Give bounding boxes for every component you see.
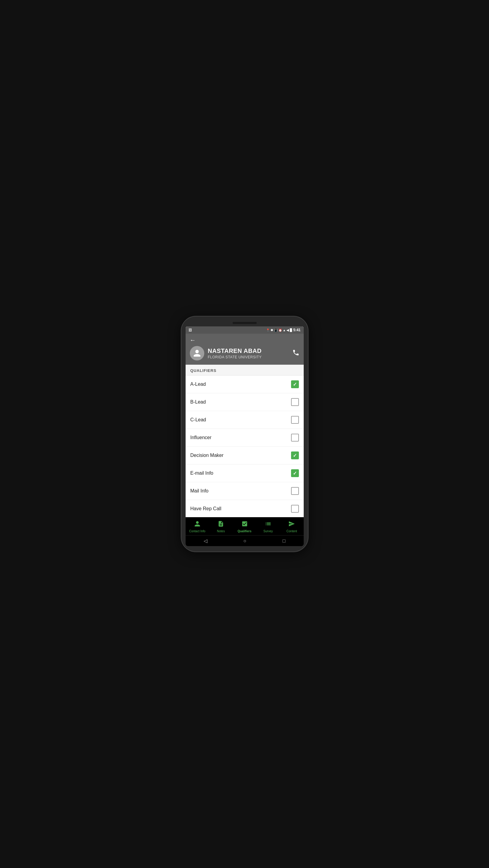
app-header: ← NASTAREN ABAD FLORIDA STATE UNIVERSITY [186, 334, 304, 365]
qualifier-label: Influencer [190, 435, 211, 440]
qualifiers-section-header: QUALIFIERS [186, 365, 304, 375]
qualifier-label: C-Lead [190, 417, 206, 423]
qualifier-label: E-mail Info [190, 470, 213, 476]
main-content: QUALIFIERS A-LeadB-LeadC-LeadInfluencerD… [186, 365, 304, 517]
qualifiers-list: A-LeadB-LeadC-LeadInfluencerDecision Mak… [186, 375, 304, 517]
signal-icon: ◀ [287, 329, 289, 332]
android-home-button[interactable]: ○ [243, 538, 247, 544]
qualifier-item[interactable]: Have Rep Call [186, 500, 304, 517]
nav-item-qualifiers[interactable]: Qualifiers [233, 521, 256, 533]
qualifier-checkbox[interactable] [291, 505, 299, 513]
qualifier-checkbox[interactable] [291, 469, 299, 477]
vibrate-icon: 📳 [274, 329, 278, 332]
qualifier-checkbox[interactable] [291, 487, 299, 495]
call-button[interactable] [292, 349, 299, 358]
qualifier-label: Mail Info [190, 488, 208, 494]
survey-nav-label: Survey [263, 530, 273, 533]
qualifier-item[interactable]: B-Lead [186, 393, 304, 411]
nav-item-notes[interactable]: Notes [209, 521, 233, 533]
qualifier-item[interactable]: C-Lead [186, 411, 304, 429]
contact-row: NASTAREN ABAD FLORIDA STATE UNIVERSITY [190, 346, 299, 361]
qualifier-label: B-Lead [190, 399, 206, 405]
qualifier-item[interactable]: Mail Info [186, 482, 304, 500]
content-nav-icon [288, 521, 295, 529]
back-button[interactable]: ← [190, 337, 196, 344]
qualifier-checkbox[interactable] [291, 416, 299, 424]
time-display: 5:41 [293, 328, 300, 332]
nav-item-contact-info[interactable]: Contact Info [186, 521, 209, 533]
contact-info-section: NASTAREN ABAD FLORIDA STATE UNIVERSITY [190, 346, 262, 361]
contact-info-nav-icon [194, 521, 201, 529]
qualifier-item[interactable]: Influencer [186, 429, 304, 447]
alarm-icon: ⏰ [279, 329, 282, 332]
contact-details: NASTAREN ABAD FLORIDA STATE UNIVERSITY [208, 347, 262, 359]
phone-screen: 🖼 📍 ✱ 📳 ⏰ ▲ ◀ ▉ 5:41 ← [186, 327, 304, 546]
android-nav-bar: ◁ ○ □ [186, 535, 304, 546]
qualifier-label: Decision Maker [190, 453, 224, 458]
android-back-button[interactable]: ◁ [204, 538, 207, 544]
qualifier-checkbox[interactable] [291, 434, 299, 441]
content-nav-label: Content [287, 530, 297, 533]
qualifier-checkbox[interactable] [291, 452, 299, 459]
notes-nav-icon [218, 521, 224, 529]
contact-name: NASTAREN ABAD [208, 347, 262, 354]
nav-item-content[interactable]: Content [280, 521, 303, 533]
contact-info-nav-label: Contact Info [189, 530, 205, 533]
qualifier-checkbox[interactable] [291, 398, 299, 406]
notes-nav-label: Notes [217, 530, 225, 533]
android-recent-button[interactable]: □ [283, 538, 286, 544]
contact-org: FLORIDA STATE UNIVERSITY [208, 355, 262, 359]
bottom-navigation: Contact InfoNotesQualifiersSurveyContent [186, 517, 304, 535]
bluetooth-icon: ✱ [270, 329, 273, 332]
nav-item-survey[interactable]: Survey [256, 521, 280, 533]
phone-speaker [233, 322, 257, 324]
phone-device: 🖼 📍 ✱ 📳 ⏰ ▲ ◀ ▉ 5:41 ← [182, 316, 308, 552]
status-bar: 🖼 📍 ✱ 📳 ⏰ ▲ ◀ ▉ 5:41 [186, 327, 304, 334]
qualifier-label: A-Lead [190, 381, 206, 387]
qualifier-label: Have Rep Call [190, 506, 222, 512]
location-icon: 📍 [266, 329, 270, 332]
survey-nav-icon [265, 521, 271, 529]
avatar [190, 346, 204, 361]
status-right-icons: 📍 ✱ 📳 ⏰ ▲ ◀ ▉ 5:41 [266, 328, 301, 332]
status-left-icons: 🖼 [189, 328, 192, 332]
qualifiers-nav-label: Qualifiers [237, 530, 251, 533]
qualifier-item[interactable]: A-Lead [186, 375, 304, 393]
wifi-icon: ▲ [283, 329, 286, 332]
image-icon: 🖼 [189, 328, 192, 332]
qualifier-item[interactable]: Decision Maker [186, 447, 304, 464]
battery-icon: ▉ [290, 329, 292, 332]
qualifier-item[interactable]: E-mail Info [186, 464, 304, 482]
qualifier-checkbox[interactable] [291, 380, 299, 388]
qualifiers-nav-icon [241, 521, 248, 529]
